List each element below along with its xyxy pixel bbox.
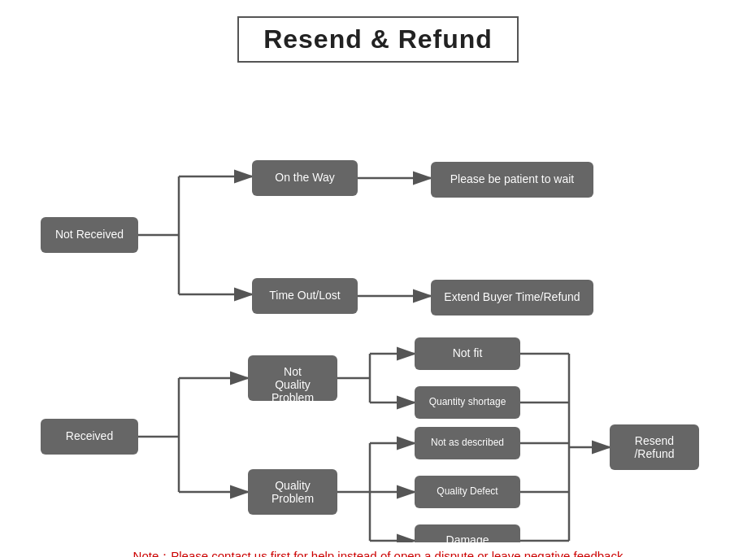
diagram-svg: Not Received On the Way Please be patien… — [16, 79, 740, 542]
received-label: Received — [66, 429, 113, 442]
damage-label: Damage — [446, 533, 489, 542]
please-wait-label: Please be patient to wait — [450, 172, 575, 185]
not-quality-label2: Quality — [275, 378, 311, 391]
not-quality-label1: Not — [284, 365, 302, 378]
quality-defect-label: Quality Defect — [437, 485, 498, 497]
resend-refund-label1: Resend — [635, 434, 674, 447]
note-text: Note：Please contact us first for help in… — [16, 549, 740, 557]
extend-refund-label: Extend Buyer Time/Refund — [444, 290, 580, 303]
quality-label2: Problem — [272, 492, 314, 505]
resend-refund-label2: /Refund — [634, 447, 674, 460]
page-title: Resend & Refund — [237, 16, 519, 63]
time-out-label: Time Out/Lost — [269, 289, 341, 302]
page-container: Resend & Refund Not Received On the Way … — [0, 0, 756, 557]
not-quality-label3: Problem — [272, 391, 314, 404]
on-the-way-label: On the Way — [275, 171, 334, 184]
not-as-described-label: Not as described — [431, 437, 504, 448]
not-fit-label: Not fit — [453, 346, 483, 359]
not-received-label: Not Received — [55, 228, 124, 241]
quality-label1: Quality — [275, 479, 311, 492]
quantity-shortage-label: Quantity shortage — [429, 396, 506, 407]
title-box: Resend & Refund — [16, 16, 740, 63]
